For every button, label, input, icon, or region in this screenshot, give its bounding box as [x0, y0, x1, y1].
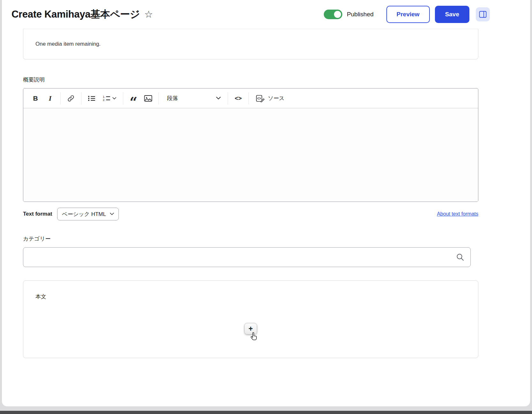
- star-icon[interactable]: ☆: [144, 10, 153, 19]
- bold-icon: B: [33, 95, 38, 102]
- code-icon: <>: [235, 95, 242, 102]
- insert-image-button[interactable]: [141, 91, 155, 105]
- add-paragraph-wrap: +: [244, 323, 257, 334]
- chevron-down-icon: [112, 97, 116, 100]
- editor-content-area[interactable]: [23, 108, 478, 202]
- toggle-knob: [334, 11, 341, 18]
- category-search-box: [23, 247, 471, 267]
- page-header: Create Kamihaya基本ページ ☆ Published Preview…: [2, 0, 530, 29]
- body-field-panel: 本文 +: [23, 280, 478, 358]
- about-text-formats-link[interactable]: About text formats: [437, 211, 478, 217]
- link-icon: [67, 95, 75, 102]
- image-icon: [144, 95, 152, 102]
- svg-text:2.: 2.: [103, 98, 105, 102]
- bulleted-list-icon: [88, 95, 95, 102]
- rich-text-editor: B I: [23, 88, 478, 202]
- source-icon: [256, 95, 265, 102]
- toolbar-separator: [248, 92, 249, 104]
- sidebar-toggle-button[interactable]: [476, 7, 490, 21]
- italic-button[interactable]: I: [43, 91, 57, 105]
- blockquote-button[interactable]: “: [126, 91, 141, 105]
- category-search-input[interactable]: [23, 247, 471, 267]
- text-format-row: Text format ベーシック HTML About text format…: [23, 208, 478, 220]
- text-format-label: Text format: [23, 211, 52, 217]
- blockquote-icon: “: [130, 101, 137, 104]
- mouse-cursor-pointer-icon: [250, 332, 258, 342]
- chevron-down-icon: [216, 97, 221, 100]
- body-label: 本文: [35, 293, 46, 300]
- text-format-value: ベーシック HTML: [62, 211, 106, 218]
- code-button[interactable]: <>: [231, 91, 245, 105]
- media-widget-panel: One media item remaining.: [23, 29, 478, 59]
- toolbar-separator: [158, 92, 159, 104]
- paragraph-format-dropdown[interactable]: 段落: [162, 91, 224, 105]
- toolbar-separator: [123, 92, 123, 104]
- italic-icon: I: [49, 94, 52, 103]
- main-content: One media item remaining. 概要説明 B I: [2, 29, 530, 358]
- preview-button[interactable]: Preview: [386, 6, 430, 23]
- numbered-list-icon: 1. 2.: [103, 95, 110, 102]
- published-toggle[interactable]: [324, 10, 342, 19]
- link-button[interactable]: [64, 91, 78, 105]
- svg-text:1.: 1.: [103, 95, 105, 98]
- published-label: Published: [347, 11, 373, 18]
- editor-toolbar: B I: [23, 88, 478, 108]
- bold-button[interactable]: B: [28, 91, 42, 105]
- window-bottom-bar: [0, 411, 532, 414]
- text-format-select[interactable]: ベーシック HTML: [57, 208, 119, 220]
- source-label: ソース: [268, 95, 285, 102]
- page-window: Create Kamihaya基本ページ ☆ Published Preview…: [2, 0, 530, 406]
- media-remaining-text: One media item remaining.: [35, 41, 101, 47]
- numbered-list-button[interactable]: 1. 2.: [99, 91, 120, 105]
- sidebar-layout-icon: [479, 11, 487, 18]
- page-title: Create Kamihaya基本ページ: [11, 8, 140, 21]
- toolbar-separator: [228, 92, 228, 104]
- summary-label: 概要説明: [23, 76, 478, 83]
- header-actions: Published Preview Save: [324, 6, 490, 23]
- toolbar-separator: [60, 92, 61, 104]
- toolbar-separator: [81, 92, 81, 104]
- title-wrap: Create Kamihaya基本ページ ☆: [11, 8, 153, 21]
- source-editing-button[interactable]: ソース: [252, 91, 288, 105]
- chevron-down-icon: [110, 213, 114, 215]
- bulleted-list-button[interactable]: [85, 91, 99, 105]
- paragraph-format-label: 段落: [167, 95, 178, 102]
- category-label: カテゴリー: [23, 235, 478, 242]
- save-button[interactable]: Save: [435, 6, 469, 23]
